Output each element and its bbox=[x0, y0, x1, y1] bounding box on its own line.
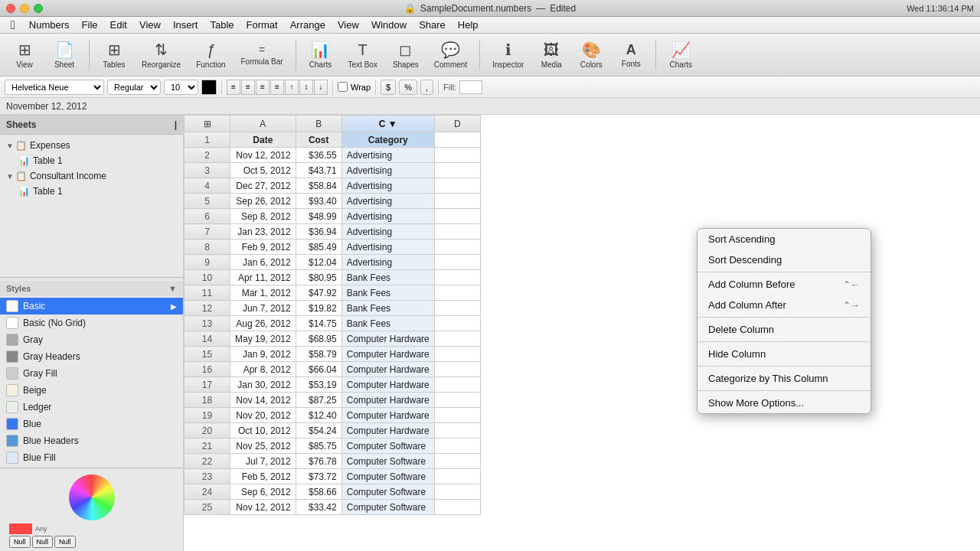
cell-7-d[interactable] bbox=[434, 224, 480, 240]
cell-6-d[interactable] bbox=[434, 209, 480, 224]
cell-2-d[interactable] bbox=[434, 148, 480, 163]
ctx-sort-asc[interactable]: Sort Ascending bbox=[697, 229, 871, 249]
cell-23-b[interactable]: $73.72 bbox=[296, 469, 341, 484]
cell-6-c[interactable]: Advertising bbox=[341, 209, 434, 224]
cell-14-d[interactable] bbox=[434, 331, 480, 347]
cell-20-a[interactable]: Oct 10, 2012 bbox=[230, 423, 296, 439]
style-blue-headers[interactable]: Blue Headers bbox=[0, 432, 183, 449]
cell-6-a[interactable]: Sep 8, 2012 bbox=[230, 209, 296, 224]
col-header-b[interactable]: B bbox=[296, 116, 341, 132]
cell-20-c[interactable]: Computer Hardware bbox=[341, 423, 434, 439]
cell-1-d[interactable] bbox=[434, 132, 480, 148]
cell-22-c[interactable]: Computer Software bbox=[341, 454, 434, 469]
cell-11-c[interactable]: Bank Fees bbox=[341, 285, 434, 301]
cell-19-d[interactable] bbox=[434, 408, 480, 423]
sidebar-item-expenses[interactable]: ▼ 📋 Expenses bbox=[0, 138, 183, 153]
cell-15-b[interactable]: $58.79 bbox=[296, 347, 341, 362]
cell-21-b[interactable]: $85.75 bbox=[296, 439, 341, 454]
cell-2-a[interactable]: Nov 12, 2012 bbox=[230, 148, 296, 163]
cell-23-c[interactable]: Computer Software bbox=[341, 469, 434, 484]
menu-arrange[interactable]: Arrange bbox=[284, 18, 332, 32]
cell-14-c[interactable]: Computer Hardware bbox=[341, 331, 434, 347]
function-button[interactable]: ƒ Function bbox=[190, 38, 231, 72]
menu-help[interactable]: Help bbox=[452, 18, 485, 32]
menu-numbers[interactable]: Numbers bbox=[23, 18, 76, 32]
cell-4-b[interactable]: $58.84 bbox=[296, 178, 341, 194]
cell-15-d[interactable] bbox=[434, 347, 480, 362]
cell-8-d[interactable] bbox=[434, 240, 480, 255]
font-style-select[interactable]: Regular bbox=[107, 80, 161, 95]
cell-23-a[interactable]: Feb 5, 2012 bbox=[230, 469, 296, 484]
percent-btn[interactable]: % bbox=[399, 80, 417, 95]
cell-17-c[interactable]: Computer Hardware bbox=[341, 377, 434, 393]
wrap-checkbox[interactable] bbox=[338, 82, 348, 92]
menu-insert[interactable]: Insert bbox=[167, 18, 204, 32]
cell-7-a[interactable]: Jan 23, 2012 bbox=[230, 224, 296, 240]
font-color-box[interactable] bbox=[201, 80, 217, 95]
cell-4-c[interactable]: Advertising bbox=[341, 178, 434, 194]
cell-9-c[interactable]: Advertising bbox=[341, 255, 434, 270]
color-btn-3[interactable]: Null bbox=[54, 536, 76, 548]
cell-21-a[interactable]: Nov 25, 2012 bbox=[230, 439, 296, 454]
font-size-select[interactable]: 10 bbox=[164, 80, 198, 95]
cell-13-a[interactable]: Aug 26, 2012 bbox=[230, 316, 296, 331]
cell-20-b[interactable]: $54.24 bbox=[296, 423, 341, 439]
style-basic[interactable]: Basic ▶ bbox=[0, 298, 183, 315]
cell-15-a[interactable]: Jan 9, 2012 bbox=[230, 347, 296, 362]
ctx-add-before[interactable]: Add Column Before ⌃← bbox=[697, 274, 871, 295]
cell-10-a[interactable]: Apr 11, 2012 bbox=[230, 270, 296, 285]
cell-21-c[interactable]: Computer Software bbox=[341, 439, 434, 454]
cell-12-b[interactable]: $19.82 bbox=[296, 301, 341, 316]
cell-15-c[interactable]: Computer Hardware bbox=[341, 347, 434, 362]
ctx-delete-col[interactable]: Delete Column bbox=[697, 319, 871, 340]
cell-25-d[interactable] bbox=[434, 500, 480, 515]
cell-18-c[interactable]: Computer Hardware bbox=[341, 393, 434, 408]
style-blue-fill[interactable]: Blue Fill bbox=[0, 449, 183, 466]
cell-18-a[interactable]: Nov 14, 2012 bbox=[230, 393, 296, 408]
color-wheel[interactable] bbox=[69, 474, 115, 520]
cell-7-b[interactable]: $36.94 bbox=[296, 224, 341, 240]
cell-22-b[interactable]: $76.78 bbox=[296, 454, 341, 469]
cell-12-a[interactable]: Jun 7, 2012 bbox=[230, 301, 296, 316]
cell-1-b[interactable]: Cost bbox=[296, 132, 341, 148]
sidebar-item-table1-consultant[interactable]: 📊 Table 1 bbox=[0, 184, 183, 199]
inspector-button[interactable]: ℹ Inspector bbox=[486, 37, 530, 72]
style-ledger[interactable]: Ledger bbox=[0, 399, 183, 416]
col-header-a[interactable]: A bbox=[230, 116, 296, 132]
cell-19-c[interactable]: Computer Hardware bbox=[341, 408, 434, 423]
cell-20-d[interactable] bbox=[434, 423, 480, 439]
align-right-button[interactable]: ≡ bbox=[256, 80, 270, 95]
cell-12-c[interactable]: Bank Fees bbox=[341, 301, 434, 316]
cell-24-d[interactable] bbox=[434, 484, 480, 500]
cell-17-a[interactable]: Jan 30, 2012 bbox=[230, 377, 296, 393]
align-down-button[interactable]: ↓ bbox=[314, 80, 328, 95]
menu-view2[interactable]: View bbox=[332, 18, 365, 32]
cell-5-a[interactable]: Sep 26, 2012 bbox=[230, 194, 296, 209]
cell-23-d[interactable] bbox=[434, 469, 480, 484]
cell-7-c[interactable]: Advertising bbox=[341, 224, 434, 240]
comment-button[interactable]: 💬 Comment bbox=[428, 37, 473, 72]
menu-table[interactable]: Table bbox=[204, 18, 240, 32]
align-middle-button[interactable]: ↕ bbox=[299, 80, 313, 95]
fonts-button[interactable]: A Fonts bbox=[612, 39, 649, 71]
menu-edit[interactable]: Edit bbox=[104, 18, 133, 32]
cell-8-c[interactable]: Advertising bbox=[341, 240, 434, 255]
cell-1-a[interactable]: Date bbox=[230, 132, 296, 148]
cell-8-a[interactable]: Feb 9, 2012 bbox=[230, 240, 296, 255]
cell-13-c[interactable]: Bank Fees bbox=[341, 316, 434, 331]
cell-9-d[interactable] bbox=[434, 255, 480, 270]
cell-5-b[interactable]: $93.40 bbox=[296, 194, 341, 209]
close-button[interactable] bbox=[6, 4, 15, 13]
cell-14-b[interactable]: $68.95 bbox=[296, 331, 341, 347]
menu-file[interactable]: File bbox=[76, 18, 104, 32]
fill-color-box[interactable] bbox=[459, 80, 482, 94]
style-gray-fill[interactable]: Gray Fill bbox=[0, 365, 183, 382]
align-up-button[interactable]: ↑ bbox=[285, 80, 299, 95]
cell-11-a[interactable]: Mar 1, 2012 bbox=[230, 285, 296, 301]
color-btn-1[interactable]: Null bbox=[9, 536, 31, 548]
shapes-button[interactable]: ◻ Shapes bbox=[387, 37, 425, 72]
apple-menu[interactable]:  bbox=[3, 18, 23, 32]
style-beige[interactable]: Beige bbox=[0, 382, 183, 399]
col-header-d[interactable]: D bbox=[434, 116, 480, 132]
cell-19-a[interactable]: Nov 20, 2012 bbox=[230, 408, 296, 423]
